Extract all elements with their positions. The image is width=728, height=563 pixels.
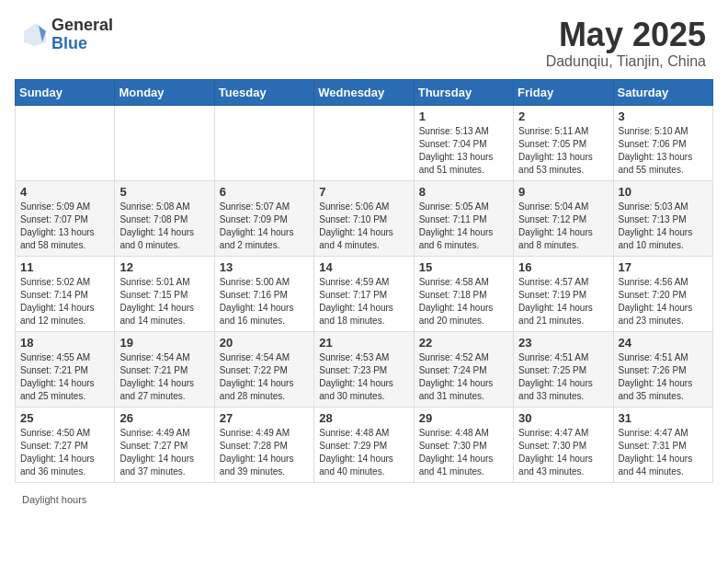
month-title: May 2025 <box>546 17 706 53</box>
day-info: Sunrise: 5:03 AM Sunset: 7:13 PM Dayligh… <box>619 201 708 252</box>
calendar-cell: 6Sunrise: 5:07 AM Sunset: 7:09 PM Daylig… <box>214 180 313 256</box>
calendar-cell: 5Sunrise: 5:08 AM Sunset: 7:08 PM Daylig… <box>115 180 214 256</box>
day-info: Sunrise: 5:11 AM Sunset: 7:05 PM Dayligh… <box>518 125 608 177</box>
calendar-cell: 25Sunrise: 4:50 AM Sunset: 7:27 PM Dayli… <box>16 407 115 482</box>
day-info: Sunrise: 5:06 AM Sunset: 7:10 PM Dayligh… <box>319 201 408 252</box>
day-number: 11 <box>20 260 109 274</box>
day-number: 22 <box>419 336 508 350</box>
day-info: Sunrise: 4:53 AM Sunset: 7:23 PM Dayligh… <box>319 351 408 403</box>
calendar-cell: 2Sunrise: 5:11 AM Sunset: 7:05 PM Daylig… <box>514 105 613 180</box>
calendar-cell: 10Sunrise: 5:03 AM Sunset: 7:13 PM Dayli… <box>613 180 712 256</box>
day-info: Sunrise: 4:50 AM Sunset: 7:27 PM Dayligh… <box>20 427 109 478</box>
day-number: 29 <box>419 411 508 425</box>
calendar-cell: 13Sunrise: 5:00 AM Sunset: 7:16 PM Dayli… <box>214 256 313 331</box>
day-info: Sunrise: 4:59 AM Sunset: 7:17 PM Dayligh… <box>319 276 408 327</box>
day-info: Sunrise: 5:04 AM Sunset: 7:12 PM Dayligh… <box>518 201 608 252</box>
calendar-cell: 19Sunrise: 4:54 AM Sunset: 7:21 PM Dayli… <box>115 331 214 407</box>
logo-blue-text: Blue <box>51 35 113 53</box>
day-number: 1 <box>419 109 508 123</box>
day-number: 30 <box>518 411 608 425</box>
day-number: 7 <box>319 185 408 199</box>
day-info: Sunrise: 4:56 AM Sunset: 7:20 PM Dayligh… <box>619 276 708 327</box>
calendar-week-row: 11Sunrise: 5:02 AM Sunset: 7:14 PM Dayli… <box>16 256 713 331</box>
calendar-cell <box>314 105 414 180</box>
calendar-cell: 31Sunrise: 4:47 AM Sunset: 7:31 PM Dayli… <box>613 407 712 482</box>
day-number: 3 <box>619 109 708 123</box>
calendar-cell: 24Sunrise: 4:51 AM Sunset: 7:26 PM Dayli… <box>613 331 712 407</box>
day-number: 23 <box>518 336 608 350</box>
calendar-cell: 9Sunrise: 5:04 AM Sunset: 7:12 PM Daylig… <box>514 180 613 256</box>
calendar-wrapper: SundayMondayTuesdayWednesdayThursdayFrid… <box>0 79 728 490</box>
day-info: Sunrise: 4:58 AM Sunset: 7:18 PM Dayligh… <box>419 276 508 327</box>
day-number: 13 <box>220 260 309 274</box>
day-number: 9 <box>518 185 608 199</box>
weekday-header: Wednesday <box>314 79 414 105</box>
day-info: Sunrise: 5:01 AM Sunset: 7:15 PM Dayligh… <box>119 276 209 327</box>
weekday-header: Monday <box>115 79 214 105</box>
calendar-cell: 22Sunrise: 4:52 AM Sunset: 7:24 PM Dayli… <box>414 331 513 407</box>
day-info: Sunrise: 5:05 AM Sunset: 7:11 PM Dayligh… <box>419 201 508 252</box>
day-info: Sunrise: 5:13 AM Sunset: 7:04 PM Dayligh… <box>419 125 508 177</box>
calendar-cell: 1Sunrise: 5:13 AM Sunset: 7:04 PM Daylig… <box>414 105 513 180</box>
logo-icon <box>22 22 48 48</box>
calendar-cell: 8Sunrise: 5:05 AM Sunset: 7:11 PM Daylig… <box>414 180 513 256</box>
day-info: Sunrise: 5:02 AM Sunset: 7:14 PM Dayligh… <box>20 276 109 327</box>
day-number: 17 <box>619 260 708 274</box>
calendar-cell: 23Sunrise: 4:51 AM Sunset: 7:25 PM Dayli… <box>514 331 613 407</box>
logo: General Blue <box>22 17 113 53</box>
day-info: Sunrise: 5:07 AM Sunset: 7:09 PM Dayligh… <box>220 201 309 252</box>
day-number: 21 <box>319 336 408 350</box>
day-number: 12 <box>119 260 209 274</box>
day-number: 25 <box>20 411 109 425</box>
day-number: 10 <box>619 185 708 199</box>
day-info: Sunrise: 4:49 AM Sunset: 7:27 PM Dayligh… <box>119 427 209 478</box>
logo-text: General Blue <box>51 17 113 53</box>
weekday-header: Friday <box>514 79 613 105</box>
day-number: 15 <box>419 260 508 274</box>
weekday-header: Thursday <box>414 79 513 105</box>
day-info: Sunrise: 4:52 AM Sunset: 7:24 PM Dayligh… <box>419 351 508 403</box>
day-info: Sunrise: 4:48 AM Sunset: 7:29 PM Dayligh… <box>319 427 408 478</box>
calendar-cell: 15Sunrise: 4:58 AM Sunset: 7:18 PM Dayli… <box>414 256 513 331</box>
calendar-cell: 4Sunrise: 5:09 AM Sunset: 7:07 PM Daylig… <box>16 180 115 256</box>
day-number: 4 <box>20 185 109 199</box>
calendar-cell: 28Sunrise: 4:48 AM Sunset: 7:29 PM Dayli… <box>314 407 414 482</box>
day-number: 14 <box>319 260 408 274</box>
calendar-week-row: 4Sunrise: 5:09 AM Sunset: 7:07 PM Daylig… <box>16 180 713 256</box>
day-info: Sunrise: 4:54 AM Sunset: 7:21 PM Dayligh… <box>119 351 209 403</box>
day-info: Sunrise: 5:08 AM Sunset: 7:08 PM Dayligh… <box>119 201 209 252</box>
day-info: Sunrise: 4:47 AM Sunset: 7:30 PM Dayligh… <box>518 427 608 478</box>
day-info: Sunrise: 4:51 AM Sunset: 7:25 PM Dayligh… <box>518 351 608 403</box>
title-block: May 2025 Dadunqiu, Tianjin, China <box>546 17 706 70</box>
location-subtitle: Dadunqiu, Tianjin, China <box>546 53 706 70</box>
day-number: 19 <box>119 336 209 350</box>
day-number: 16 <box>518 260 608 274</box>
calendar-cell: 27Sunrise: 4:49 AM Sunset: 7:28 PM Dayli… <box>214 407 313 482</box>
day-number: 26 <box>119 411 209 425</box>
calendar-cell: 26Sunrise: 4:49 AM Sunset: 7:27 PM Dayli… <box>115 407 214 482</box>
calendar-cell: 17Sunrise: 4:56 AM Sunset: 7:20 PM Dayli… <box>613 256 712 331</box>
day-number: 28 <box>319 411 408 425</box>
day-number: 20 <box>220 336 309 350</box>
day-number: 8 <box>419 185 508 199</box>
logo-general-text: General <box>51 17 113 35</box>
weekday-header-row: SundayMondayTuesdayWednesdayThursdayFrid… <box>16 79 713 105</box>
calendar-cell: 11Sunrise: 5:02 AM Sunset: 7:14 PM Dayli… <box>16 256 115 331</box>
day-number: 18 <box>20 336 109 350</box>
calendar-cell <box>115 105 214 180</box>
calendar-week-row: 25Sunrise: 4:50 AM Sunset: 7:27 PM Dayli… <box>16 407 713 482</box>
day-number: 24 <box>619 336 708 350</box>
page-header: General Blue May 2025 Dadunqiu, Tianjin,… <box>0 0 728 79</box>
daylight-label: Daylight hours <box>22 494 86 505</box>
calendar-cell: 30Sunrise: 4:47 AM Sunset: 7:30 PM Dayli… <box>514 407 613 482</box>
day-info: Sunrise: 4:47 AM Sunset: 7:31 PM Dayligh… <box>619 427 708 478</box>
calendar-cell: 12Sunrise: 5:01 AM Sunset: 7:15 PM Dayli… <box>115 256 214 331</box>
day-info: Sunrise: 5:00 AM Sunset: 7:16 PM Dayligh… <box>220 276 309 327</box>
weekday-header: Saturday <box>613 79 712 105</box>
calendar-cell: 3Sunrise: 5:10 AM Sunset: 7:06 PM Daylig… <box>613 105 712 180</box>
day-info: Sunrise: 4:57 AM Sunset: 7:19 PM Dayligh… <box>518 276 608 327</box>
day-info: Sunrise: 5:10 AM Sunset: 7:06 PM Dayligh… <box>619 125 708 177</box>
calendar-cell: 29Sunrise: 4:48 AM Sunset: 7:30 PM Dayli… <box>414 407 513 482</box>
day-number: 6 <box>220 185 309 199</box>
calendar-table: SundayMondayTuesdayWednesdayThursdayFrid… <box>15 79 713 483</box>
